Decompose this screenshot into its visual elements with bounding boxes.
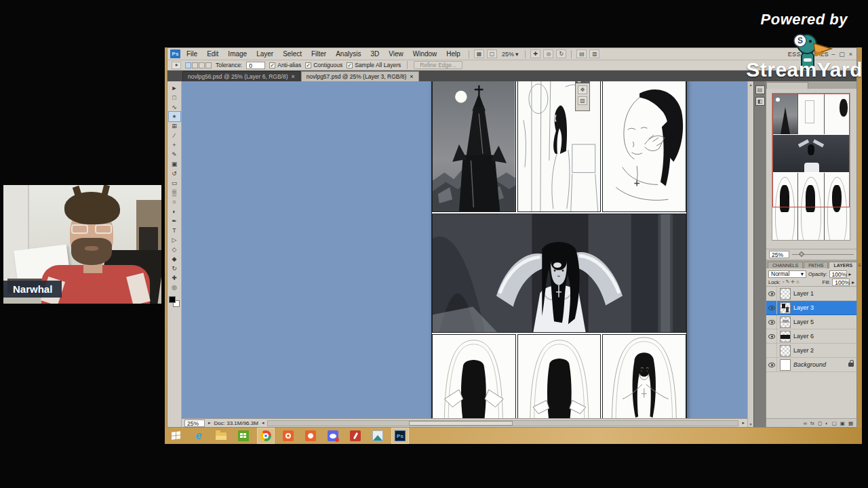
rotate-view-icon[interactable] [556, 49, 566, 58]
status-zoom-field[interactable]: 25% [184, 420, 205, 427]
scroll-down-arrow[interactable]: ▾ [749, 422, 751, 426]
fill-field[interactable]: 100% [832, 279, 850, 286]
vertical-scrollbar[interactable]: ▴ ▾ [747, 81, 753, 427]
path-selection-tool[interactable] [169, 235, 180, 245]
layer-row-layer6[interactable]: Layer 6 [766, 329, 856, 344]
layer-row-layer2-hidden[interactable]: Layer 2 [766, 344, 856, 358]
scroll-right-arrow[interactable]: ▸ [742, 420, 745, 426]
arrange-documents-icon[interactable] [576, 49, 587, 58]
panel-menu-icon[interactable]: ≡ [858, 262, 863, 268]
menu-image[interactable]: Image [224, 49, 250, 58]
layer-thumbnail[interactable] [780, 359, 791, 371]
magic-wand-tool[interactable] [169, 112, 180, 121]
discord-icon[interactable] [325, 428, 341, 443]
3d-rotate-tool[interactable] [169, 254, 180, 264]
menu-window[interactable]: Window [410, 49, 441, 58]
lasso-tool[interactable] [169, 102, 180, 112]
bridge-launch-icon[interactable] [474, 49, 484, 58]
selection-mode-buttons[interactable] [185, 62, 212, 68]
blur-tool[interactable] [169, 197, 180, 207]
crop-tool[interactable] [169, 121, 180, 131]
menu-view[interactable]: View [385, 49, 407, 58]
document-canvas[interactable]: ◂▸ × [182, 81, 747, 418]
move-tool[interactable] [169, 83, 180, 93]
type-tool[interactable] [169, 226, 180, 235]
navigator-thumbnail[interactable] [772, 93, 850, 241]
tab-close-icon[interactable]: × [410, 73, 413, 80]
document-tab-novlpg56[interactable]: novlpg56.psd @ 25% (Layer 6, RGB/8) × [182, 71, 300, 81]
layer-thumbnail[interactable] [780, 345, 791, 357]
menu-help[interactable]: Help [443, 49, 464, 58]
clone-stamp-tool[interactable] [169, 159, 180, 169]
navigator-view-box[interactable] [772, 94, 850, 207]
eraser-tool[interactable] [169, 178, 180, 188]
layer-thumbnail[interactable] [780, 302, 791, 314]
panel-close-icon[interactable]: × [585, 81, 588, 83]
layer-row-layer5[interactable]: Layer 5 [766, 315, 856, 329]
delete-layer-icon[interactable] [848, 420, 853, 426]
adjustment-layer-icon[interactable] [825, 420, 829, 426]
3d-orbit-tool[interactable] [169, 264, 180, 273]
fill-spinner-icon[interactable]: ▸ [852, 279, 854, 285]
layer-row-background[interactable]: Background [766, 358, 856, 372]
info-panel-icon[interactable] [755, 97, 765, 106]
layer-row-layer3-selected[interactable]: Layer 3 [766, 301, 856, 315]
chrome-icon[interactable] [258, 428, 274, 443]
link-layers-icon[interactable] [804, 420, 807, 426]
tab-close-icon[interactable]: × [292, 73, 295, 80]
layer-thumbnail[interactable] [780, 288, 791, 300]
scroll-up-arrow[interactable]: ▴ [749, 82, 751, 87]
pen-tool[interactable] [169, 216, 180, 226]
internet-explorer-icon[interactable]: e [191, 428, 207, 443]
dodge-tool[interactable] [169, 207, 180, 216]
tolerance-input[interactable]: 0 [246, 62, 265, 69]
gradient-tool[interactable] [169, 188, 180, 197]
zoom-tool[interactable] [169, 283, 180, 292]
horizontal-scrollbar[interactable] [267, 420, 738, 426]
history-brush-tool[interactable] [169, 169, 180, 178]
color-swatches[interactable] [169, 296, 180, 307]
sample-all-layers-checkbox[interactable]: ✓ Sample All Layers [347, 62, 401, 68]
layer-group-icon[interactable] [832, 420, 837, 426]
mini-panel-button-1[interactable] [578, 85, 587, 94]
layer-style-fx-icon[interactable]: fx [810, 420, 814, 426]
zoom-level-dropdown[interactable]: 25%▾ [500, 51, 521, 58]
paint-app-icon[interactable] [347, 428, 363, 443]
scroll-left-arrow[interactable]: ◂ [262, 420, 264, 426]
contiguous-checkbox[interactable]: ✓ Contiguous [305, 62, 342, 68]
menu-filter[interactable]: Filter [308, 49, 330, 58]
history-panel-icon[interactable] [755, 85, 765, 94]
lock-buttons[interactable]: ▫✎✛⌂ [783, 279, 799, 285]
photos-app-icon[interactable] [370, 428, 386, 443]
navigator-panel-tab[interactable] [766, 81, 856, 89]
new-layer-icon[interactable] [840, 420, 845, 426]
menu-file[interactable]: File [183, 49, 201, 58]
close-button[interactable]: × [849, 51, 852, 58]
hand-tool-icon[interactable] [530, 49, 540, 58]
capture-recorder-icon[interactable] [302, 428, 319, 443]
anti-alias-checkbox[interactable]: ✓ Anti-alias [269, 62, 301, 68]
tab-paths[interactable]: PATHS [804, 262, 828, 268]
document-tab-novlpg57[interactable]: novlpg57.psd @ 25% (Layer 3, RGB/8) × [301, 71, 419, 81]
opacity-spinner-icon[interactable]: ▸ [849, 271, 852, 277]
zoom-tool-icon[interactable] [543, 49, 553, 58]
screen-mode-icon[interactable] [589, 49, 599, 58]
marquee-tool[interactable] [169, 93, 180, 102]
restore-button[interactable]: ▢ [839, 51, 845, 58]
blend-mode-select[interactable]: Normal▾ [768, 270, 806, 278]
menu-select[interactable]: Select [279, 49, 305, 58]
brush-tool[interactable] [169, 150, 180, 159]
opacity-field[interactable]: 100% [829, 270, 847, 278]
mini-panel-button-2[interactable] [578, 96, 587, 105]
file-explorer-icon[interactable] [213, 428, 229, 443]
floating-mini-panel[interactable]: ◂▸ × [575, 81, 590, 111]
layer-mask-icon[interactable] [818, 420, 822, 426]
panel-collapse-icon[interactable]: ◂▸ [577, 81, 581, 83]
layer-row-layer1[interactable]: Layer 1 [766, 287, 856, 301]
menu-analysis[interactable]: Analysis [332, 49, 364, 58]
start-button[interactable] [168, 428, 184, 443]
scrollbar-thumb[interactable] [409, 421, 512, 426]
menu-3d[interactable]: 3D [367, 49, 382, 58]
menu-layer[interactable]: Layer [253, 49, 277, 58]
tab-layers[interactable]: LAYERS [829, 262, 857, 268]
